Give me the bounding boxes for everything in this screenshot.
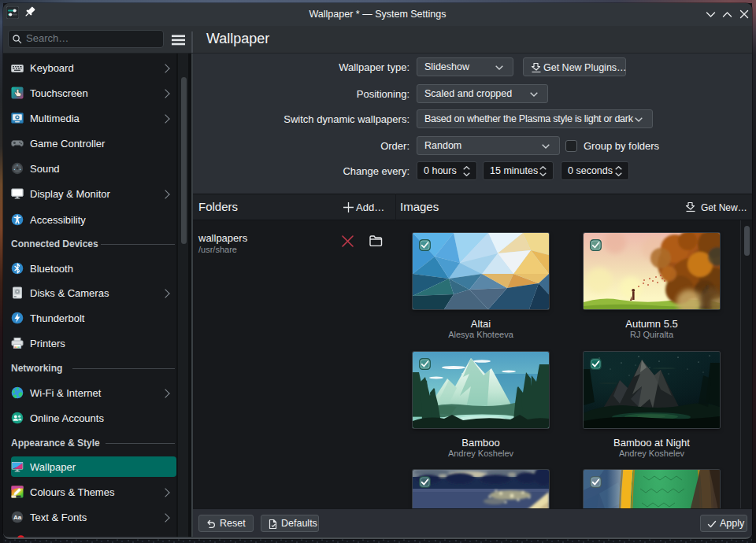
svg-text:Aa: Aa	[13, 514, 22, 521]
